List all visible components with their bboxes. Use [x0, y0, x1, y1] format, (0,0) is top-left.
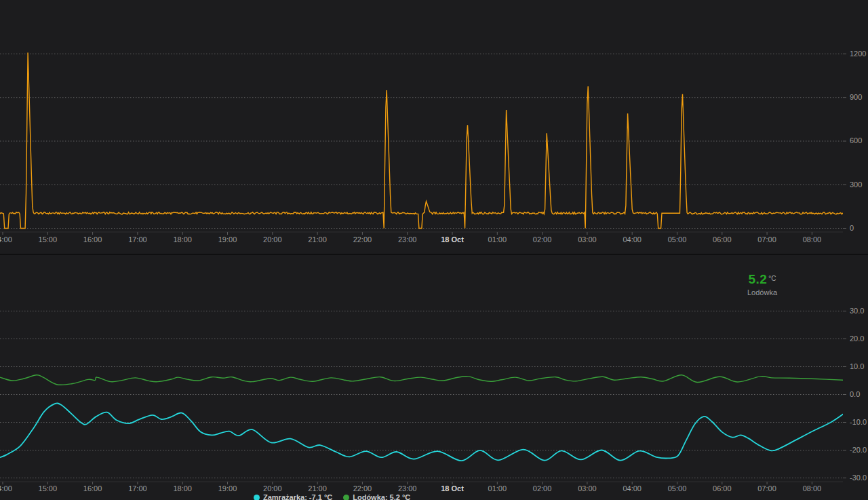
legend-series-dot: [343, 495, 349, 500]
dashboard: { "page": { "background": "#1b1b1d" }, "…: [0, 0, 868, 500]
legend-item-lodowka[interactable]: Lodówka: 5.2 °C: [343, 493, 410, 500]
legend-series-label: Lodówka: 5.2 °C: [353, 493, 410, 500]
legend-item-zamrazarka[interactable]: Zamrażarka: -7.1 °C: [254, 493, 332, 500]
legend-series-label: Zamrażarka: -7.1 °C: [263, 493, 332, 500]
temp-grid: [0, 311, 846, 485]
legend-series-dot: [254, 495, 260, 500]
power-series-line: [0, 52, 846, 228]
chart-legend: Zamrażarka: -7.1 °CLodówka: 5.2 °C: [254, 493, 410, 500]
freezer-series-line: [0, 403, 843, 461]
charts-canvas[interactable]: [0, 0, 868, 500]
power-grid: [0, 54, 846, 235]
fridge-series-line: [0, 375, 843, 385]
